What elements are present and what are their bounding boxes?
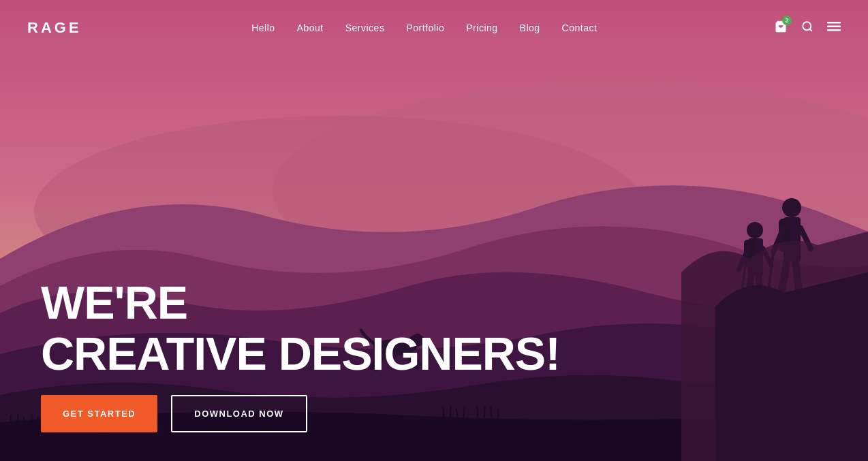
hero-title-line1: WE'RE bbox=[41, 277, 560, 328]
svg-point-31 bbox=[747, 222, 763, 238]
search-icon bbox=[801, 20, 813, 33]
search-button[interactable] bbox=[801, 20, 813, 35]
menu-button[interactable] bbox=[827, 22, 841, 34]
hamburger-icon bbox=[827, 22, 841, 31]
download-now-button[interactable]: DOWNLOAD NOW bbox=[171, 395, 307, 432]
hero-title-line2: CREATIVE DESIGNERS! bbox=[41, 328, 560, 379]
site-header: RAGE Hello About Services Portfolio Pric… bbox=[0, 0, 868, 56]
nav-contact[interactable]: Contact bbox=[562, 22, 598, 33]
nav-pricing[interactable]: Pricing bbox=[466, 22, 497, 33]
svg-point-47 bbox=[803, 22, 811, 30]
svg-line-48 bbox=[809, 29, 811, 31]
header-icons: 3 bbox=[774, 20, 841, 36]
nav-portfolio[interactable]: Portfolio bbox=[406, 22, 444, 33]
hero-illustration bbox=[0, 0, 868, 461]
nav-about[interactable]: About bbox=[297, 22, 324, 33]
svg-rect-49 bbox=[827, 22, 841, 24]
nav-services[interactable]: Services bbox=[345, 22, 385, 33]
svg-rect-51 bbox=[827, 29, 841, 31]
get-started-button[interactable]: GET STARTED bbox=[41, 395, 157, 432]
svg-rect-50 bbox=[827, 26, 841, 28]
hero-section: RAGE Hello About Services Portfolio Pric… bbox=[0, 0, 868, 461]
cart-button[interactable]: 3 bbox=[774, 20, 788, 36]
svg-point-39 bbox=[782, 198, 801, 217]
cart-badge: 3 bbox=[782, 16, 792, 25]
hero-content: WE'RE CREATIVE DESIGNERS! bbox=[41, 277, 560, 379]
main-nav: Hello About Services Portfolio Pricing B… bbox=[251, 22, 597, 33]
nav-hello[interactable]: Hello bbox=[251, 22, 275, 33]
hero-buttons: GET STARTED DOWNLOAD NOW bbox=[41, 395, 307, 432]
site-logo[interactable]: RAGE bbox=[27, 19, 82, 37]
nav-blog[interactable]: Blog bbox=[520, 22, 540, 33]
